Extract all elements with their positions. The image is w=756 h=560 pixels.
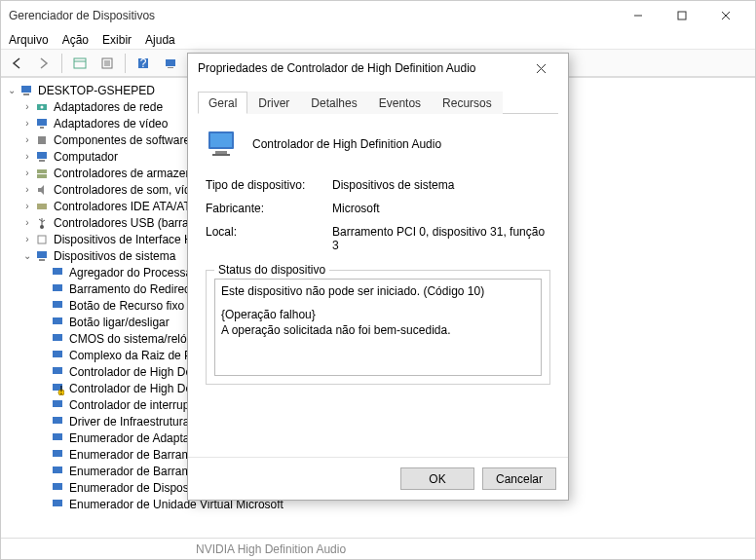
prop-maker-key: Fabricante: bbox=[206, 202, 332, 215]
show-hide-tree-button[interactable] bbox=[68, 53, 92, 74]
device-name: Controlador de High Definition Audio bbox=[252, 137, 441, 151]
expand-icon[interactable]: › bbox=[20, 201, 34, 211]
system-devices-icon bbox=[34, 248, 50, 264]
status-legend: Status do dispositivo bbox=[214, 263, 329, 277]
status-textbox[interactable]: Este dispositivo não pode ser iniciado. … bbox=[214, 279, 542, 376]
svg-rect-27 bbox=[37, 174, 47, 178]
svg-text:?: ? bbox=[140, 56, 147, 70]
svg-rect-12 bbox=[166, 59, 175, 66]
svg-rect-23 bbox=[38, 136, 46, 144]
status-line: A operação solicitada não foi bem-sucedi… bbox=[221, 322, 535, 338]
dialog-title: Propriedades de Controlador de High Defi… bbox=[198, 61, 523, 75]
properties-dialog: Propriedades de Controlador de High Defi… bbox=[187, 53, 569, 501]
close-button[interactable] bbox=[703, 1, 747, 30]
svg-rect-17 bbox=[21, 86, 31, 93]
device-icon bbox=[50, 364, 65, 380]
expand-icon[interactable]: › bbox=[20, 184, 34, 195]
tab-eventos[interactable]: Eventos bbox=[368, 92, 432, 114]
prop-maker-value: Microsoft bbox=[332, 202, 550, 215]
svg-rect-34 bbox=[37, 251, 47, 258]
collapse-icon[interactable]: ⌄ bbox=[20, 250, 34, 261]
svg-rect-26 bbox=[37, 169, 47, 173]
device-icon bbox=[50, 298, 65, 314]
svg-rect-56 bbox=[210, 133, 232, 147]
svg-rect-22 bbox=[40, 127, 44, 129]
cancel-button[interactable]: Cancelar bbox=[482, 467, 556, 490]
back-button[interactable] bbox=[5, 53, 28, 74]
device-icon bbox=[50, 397, 65, 413]
svg-rect-41 bbox=[53, 351, 62, 357]
collapse-icon[interactable]: ⌄ bbox=[5, 85, 19, 95]
scan-button[interactable] bbox=[159, 53, 182, 74]
device-icon bbox=[50, 480, 65, 496]
svg-rect-58 bbox=[212, 154, 230, 156]
device-icon bbox=[50, 331, 65, 347]
properties-button[interactable] bbox=[95, 53, 119, 74]
ok-button[interactable]: OK bbox=[400, 467, 474, 490]
storage-icon bbox=[34, 166, 50, 181]
device-warning-icon: ! bbox=[50, 381, 65, 396]
tab-recursos[interactable]: Recursos bbox=[432, 92, 503, 114]
prop-type-value: Dispositivos de sistema bbox=[332, 178, 550, 192]
svg-rect-21 bbox=[37, 119, 47, 126]
expand-icon[interactable]: › bbox=[20, 151, 34, 162]
svg-rect-18 bbox=[23, 93, 29, 95]
menu-acao[interactable]: Ação bbox=[62, 33, 89, 47]
svg-rect-35 bbox=[39, 259, 45, 261]
device-icon bbox=[50, 348, 65, 363]
expand-icon[interactable]: › bbox=[20, 134, 34, 145]
svg-rect-13 bbox=[168, 67, 173, 68]
bottom-cutoff-label: NVIDIA High Definition Audio bbox=[196, 542, 346, 556]
svg-rect-33 bbox=[38, 236, 46, 243]
window-title: Gerenciador de Dispositivos bbox=[9, 9, 616, 22]
svg-rect-48 bbox=[53, 433, 62, 440]
svg-rect-49 bbox=[53, 450, 62, 457]
device-icon bbox=[50, 464, 65, 479]
svg-rect-39 bbox=[53, 317, 62, 324]
svg-rect-51 bbox=[53, 483, 62, 490]
expand-icon[interactable]: › bbox=[20, 118, 34, 129]
dialog-tabstrip: Geral Driver Detalhes Eventos Recursos bbox=[198, 91, 558, 114]
menubar: Arquivo Ação Exibir Ajuda bbox=[1, 30, 755, 50]
computer-icon bbox=[34, 149, 50, 165]
status-line: {Operação falhou} bbox=[221, 307, 535, 322]
tab-geral[interactable]: Geral bbox=[198, 92, 247, 114]
toolbar-separator bbox=[125, 54, 126, 73]
tab-detalhes[interactable]: Detalhes bbox=[300, 92, 367, 114]
prop-type-key: Tipo de dispositivo: bbox=[206, 178, 332, 192]
device-icon bbox=[50, 430, 65, 446]
device-icon bbox=[50, 281, 65, 297]
svg-rect-46 bbox=[53, 400, 62, 407]
menu-exibir[interactable]: Exibir bbox=[102, 33, 132, 47]
svg-text:!: ! bbox=[59, 384, 62, 395]
display-icon bbox=[34, 116, 50, 131]
maximize-button[interactable] bbox=[660, 1, 703, 30]
expand-icon[interactable]: › bbox=[20, 168, 34, 178]
toolbar-separator bbox=[61, 54, 62, 73]
minimize-button[interactable] bbox=[616, 1, 660, 30]
svg-rect-47 bbox=[53, 417, 62, 424]
help-button[interactable]: ? bbox=[132, 53, 155, 74]
expand-icon[interactable]: › bbox=[20, 101, 34, 112]
svg-rect-25 bbox=[39, 160, 45, 162]
device-icon bbox=[50, 265, 65, 280]
menu-ajuda[interactable]: Ajuda bbox=[145, 33, 175, 47]
ide-icon bbox=[34, 199, 50, 214]
forward-button[interactable] bbox=[32, 53, 56, 74]
device-icon bbox=[50, 315, 65, 330]
expand-icon[interactable]: › bbox=[20, 217, 34, 228]
dialog-close-button[interactable] bbox=[523, 54, 558, 83]
svg-rect-52 bbox=[53, 500, 62, 506]
usb-icon bbox=[34, 215, 50, 231]
status-line: Este dispositivo não pode ser iniciado. … bbox=[221, 283, 535, 299]
svg-rect-42 bbox=[53, 367, 62, 374]
dialog-titlebar[interactable]: Propriedades de Controlador de High Defi… bbox=[188, 54, 568, 83]
svg-point-20 bbox=[41, 105, 44, 108]
bottom-cutoff-row: NVIDIA High Definition Audio bbox=[1, 538, 755, 559]
expand-icon[interactable]: › bbox=[20, 234, 34, 244]
menu-arquivo[interactable]: Arquivo bbox=[9, 33, 49, 47]
svg-rect-36 bbox=[53, 268, 62, 275]
main-titlebar: Gerenciador de Dispositivos bbox=[1, 1, 755, 30]
tab-driver[interactable]: Driver bbox=[247, 92, 300, 114]
svg-rect-40 bbox=[53, 334, 62, 341]
